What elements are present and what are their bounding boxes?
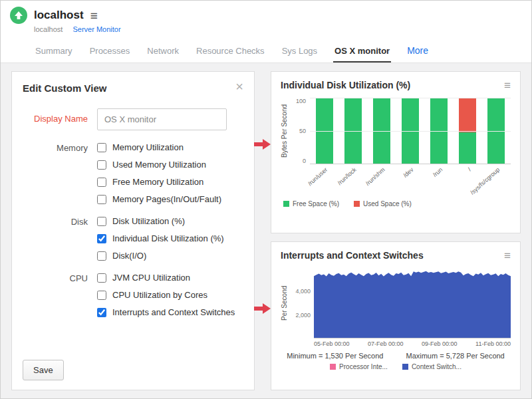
area-chart: Per Second 4,000 2,000 <box>281 268 511 338</box>
y-tick: 4,000 <box>295 288 311 295</box>
app-window: localhost ≡ localhost Server Monitor Sum… <box>0 0 532 399</box>
y-axis-title: Per Second <box>281 268 290 338</box>
bar-column <box>425 98 454 164</box>
y-tick: 50 <box>299 128 306 134</box>
option-memory-pages[interactable]: Memory Pages(In/Out/Fault) <box>97 194 221 204</box>
bar-column <box>454 98 482 164</box>
memory-options: Memory Utilization Used Memory Utilizati… <box>97 142 221 204</box>
option-label: JVM CPU Utilization <box>112 273 190 283</box>
option-jvm-cpu-utilization[interactable]: JVM CPU Utilization <box>97 273 235 283</box>
bar-column <box>367 98 396 164</box>
option-interrupts-context-switches[interactable]: Interrupts and Context Switches <box>97 307 235 317</box>
legend-swatch <box>402 364 408 370</box>
breadcrumb-server-monitor-link[interactable]: Server Monitor <box>72 25 120 33</box>
disk-options: Disk Utilization (%) Individual Disk Uti… <box>97 216 224 261</box>
red-arrow-icon <box>254 138 271 150</box>
checkbox[interactable] <box>97 291 106 300</box>
interrupts-card: Interrupts and Context Switches ≡ Per Se… <box>271 241 521 390</box>
tab-network[interactable]: Network <box>146 39 180 63</box>
y-tick: 0 <box>303 158 306 164</box>
area-chart-legend: Processor Inte... Context Switch... <box>281 363 511 370</box>
maximum-value: Maximum = 5,728 Per Second <box>406 352 504 360</box>
y-axis-ticks: 100 50 0 <box>290 98 310 164</box>
cpu-group: CPU JVM CPU Utilization CPU Utilization … <box>23 273 243 317</box>
legend-label: Free Space (%) <box>293 200 339 207</box>
cpu-options: JVM CPU Utilization CPU Utilization by C… <box>97 273 235 317</box>
option-label: Disk(I/O) <box>112 251 146 261</box>
option-cpu-utilization-by-cores[interactable]: CPU Utilization by Cores <box>97 290 235 300</box>
option-label: Memory Pages(In/Out/Fault) <box>112 194 221 204</box>
legend-item-processor-interrupts[interactable]: Processor Inte... <box>330 363 388 370</box>
y-axis-ticks: 4,000 2,000 <box>290 268 314 338</box>
x-axis-label: /run/user <box>307 166 329 187</box>
close-icon[interactable]: × <box>235 80 243 93</box>
chart-menu-icon[interactable]: ≡ <box>504 250 511 261</box>
option-label: Used Memory Utilization <box>112 160 206 170</box>
charts-column: Individual Disk Utilization (%) ≡ Bytes … <box>271 71 521 390</box>
tab-processes[interactable]: Processes <box>88 39 132 63</box>
bar-column <box>310 98 338 164</box>
minimum-value: Minimum = 1,530 Per Second <box>287 352 383 360</box>
panel-title: Edit Custom View <box>23 82 243 94</box>
tab-bar: Summary Processes Network Resource Check… <box>1 38 531 63</box>
option-free-memory-utilization[interactable]: Free Memory Utilization <box>97 177 221 187</box>
interrupts-chart-row: Interrupts and Context Switches ≡ Per Se… <box>271 241 521 390</box>
checkbox[interactable] <box>97 234 106 243</box>
legend-item-used-space[interactable]: Used Space (%) <box>354 200 412 207</box>
chart-menu-icon[interactable]: ≡ <box>504 80 511 91</box>
tab-summary[interactable]: Summary <box>34 39 74 63</box>
option-label: Individual Disk Utilization (%) <box>112 233 224 243</box>
checkbox[interactable] <box>97 160 106 170</box>
checkbox[interactable] <box>97 178 106 187</box>
option-label: Interrupts and Context Switches <box>112 307 235 317</box>
x-axis-label: /dev <box>402 166 414 179</box>
save-button[interactable]: Save <box>23 360 64 380</box>
tab-osx-monitor[interactable]: OS X monitor <box>333 39 391 63</box>
bar-column <box>338 98 367 164</box>
y-tick: 2,000 <box>295 312 311 319</box>
bar-column <box>396 98 424 164</box>
chart-stats: Minimum = 1,530 Per Second Maximum = 5,7… <box>281 352 511 360</box>
tab-more[interactable]: More <box>406 38 430 63</box>
legend-item-context-switches[interactable]: Context Switch... <box>402 363 462 370</box>
option-disk-io[interactable]: Disk(I/O) <box>97 251 224 261</box>
x-axis-label: /run <box>432 166 444 178</box>
monitor-status-icon <box>10 7 27 24</box>
breadcrumb: localhost Server Monitor <box>1 25 531 38</box>
display-name-input[interactable] <box>97 108 227 130</box>
option-memory-utilization[interactable]: Memory Utilization <box>97 142 221 152</box>
x-axis-label: 09-Feb 00:00 <box>422 340 458 347</box>
area-chart-plot <box>314 268 511 338</box>
option-disk-utilization[interactable]: Disk Utilization (%) <box>97 216 224 226</box>
checkbox[interactable] <box>97 308 106 317</box>
legend-item-free-space[interactable]: Free Space (%) <box>283 200 339 207</box>
x-axis-label: /run/shm <box>364 166 386 187</box>
checkbox[interactable] <box>97 251 106 261</box>
checkbox[interactable] <box>97 143 106 152</box>
checkbox[interactable] <box>97 217 106 226</box>
bar-column <box>482 98 511 164</box>
hamburger-menu-icon[interactable]: ≡ <box>90 9 98 22</box>
legend-swatch <box>354 201 360 207</box>
main-content: Edit Custom View × Display Name Memory M… <box>1 63 531 398</box>
x-axis-label: 11-Feb 00:00 <box>475 340 511 347</box>
app-header: localhost ≡ localhost Server Monitor <box>1 1 531 38</box>
bar-chart: Bytes Per Second 100 50 0 <box>281 98 511 164</box>
option-label: Memory Utilization <box>112 142 184 152</box>
option-label: Disk Utilization (%) <box>112 216 185 226</box>
tab-sys-logs[interactable]: Sys Logs <box>281 39 319 63</box>
edit-custom-view-panel: Edit Custom View × Display Name Memory M… <box>11 71 255 390</box>
x-axis-label: / <box>466 166 472 172</box>
card-header: Individual Disk Utilization (%) ≡ <box>281 80 511 91</box>
disk-utilization-card: Individual Disk Utilization (%) ≡ Bytes … <box>271 71 521 233</box>
legend-label: Context Switch... <box>412 363 462 370</box>
option-used-memory-utilization[interactable]: Used Memory Utilization <box>97 160 221 170</box>
x-axis-label: 07-Feb 00:00 <box>368 340 404 347</box>
legend-label: Processor Inte... <box>339 363 388 370</box>
checkbox[interactable] <box>97 195 106 204</box>
option-label: CPU Utilization by Cores <box>112 290 207 300</box>
tab-resource-checks[interactable]: Resource Checks <box>195 39 266 63</box>
checkbox[interactable] <box>97 273 106 283</box>
option-individual-disk-utilization[interactable]: Individual Disk Utilization (%) <box>97 233 224 243</box>
legend-swatch <box>330 364 336 370</box>
